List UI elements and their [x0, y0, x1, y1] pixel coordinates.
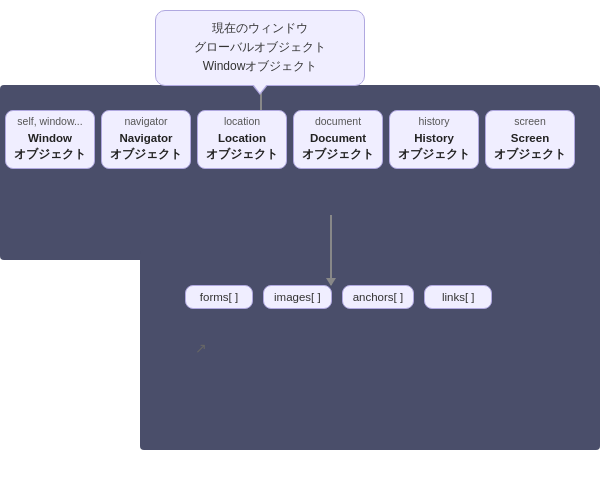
- balloon-inner: 現在のウィンドウ グローバルオブジェクト Windowオブジェクト: [168, 19, 352, 77]
- card-document-title: document: [302, 115, 374, 127]
- background-bottom-panel: [140, 250, 600, 450]
- card-self-window-title: self, window...: [14, 115, 86, 127]
- card-location-body: Location オブジェクト: [206, 130, 278, 162]
- card-screen-title: screen: [494, 115, 566, 127]
- card-navigator-title: navigator: [110, 115, 182, 127]
- sub-cards-row: forms[ ] images[ ] anchors[ ] links[ ]: [185, 285, 492, 309]
- card-navigator[interactable]: navigator Navigator オブジェクト: [101, 110, 191, 169]
- balloon-line2: グローバルオブジェクト: [168, 38, 352, 57]
- popup-balloon: 現在のウィンドウ グローバルオブジェクト Windowオブジェクト: [155, 10, 365, 86]
- sub-card-forms[interactable]: forms[ ]: [185, 285, 253, 309]
- balloon-line1: 現在のウィンドウ: [168, 19, 352, 38]
- card-self-window-body: Window オブジェクト: [14, 130, 86, 162]
- arrow-small-icon: ↗: [195, 340, 207, 356]
- card-history-title: history: [398, 115, 470, 127]
- card-screen[interactable]: screen Screen オブジェクト: [485, 110, 575, 169]
- card-document-body: Document オブジェクト: [302, 130, 374, 162]
- balloon-line3: Windowオブジェクト: [168, 57, 352, 76]
- arrow-line: [330, 215, 332, 285]
- card-document[interactable]: document Document オブジェクト: [293, 110, 383, 169]
- cards-row: self, window... Window オブジェクト navigator …: [5, 110, 575, 169]
- card-navigator-body: Navigator オブジェクト: [110, 130, 182, 162]
- card-history-body: History オブジェクト: [398, 130, 470, 162]
- sub-card-anchors[interactable]: anchors[ ]: [342, 285, 415, 309]
- card-self-window[interactable]: self, window... Window オブジェクト: [5, 110, 95, 169]
- sub-card-images[interactable]: images[ ]: [263, 285, 332, 309]
- sub-card-links[interactable]: links[ ]: [424, 285, 492, 309]
- card-screen-body: Screen オブジェクト: [494, 130, 566, 162]
- card-history[interactable]: history History オブジェクト: [389, 110, 479, 169]
- card-location[interactable]: location Location オブジェクト: [197, 110, 287, 169]
- card-location-title: location: [206, 115, 278, 127]
